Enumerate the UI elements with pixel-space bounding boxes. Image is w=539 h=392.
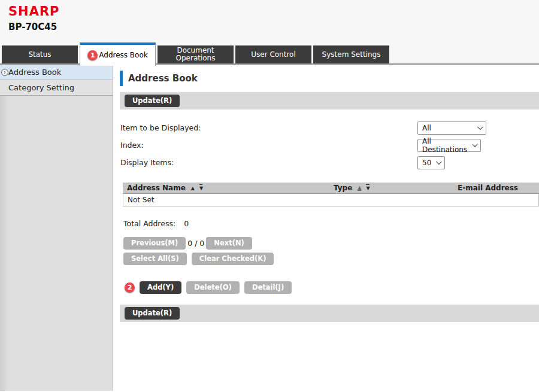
filter-label-display-items: Display Items: xyxy=(120,158,417,167)
filter-row-index: Index: All Destinations xyxy=(120,136,539,154)
column-header-email-label: E-mail Address xyxy=(458,184,518,192)
delete-button[interactable]: Delete(O) xyxy=(186,281,240,294)
clear-checked-button[interactable]: Clear Checked(K) xyxy=(192,253,274,265)
select-all-button[interactable]: Select All(S) xyxy=(123,253,187,265)
sidebar-item-category-setting-label: Category Setting xyxy=(8,83,74,92)
column-header-address-name-label: Address Name xyxy=(127,184,186,192)
content: › Address Book Category Setting Address … xyxy=(0,65,539,391)
tab-document-operations[interactable]: Document Operations xyxy=(158,45,234,63)
tab-system-settings-label: System Settings xyxy=(322,51,381,59)
tab-zone: Status 1 Address Book Document Operation… xyxy=(0,45,539,65)
tab-bar: Status 1 Address Book Document Operation… xyxy=(0,45,539,65)
main-panel: Address Book Update(R) Item to be Displa… xyxy=(113,65,539,391)
page: SHARP BP-70C45 Status 1 Address Book Doc… xyxy=(0,0,539,392)
filter-label-item-displayed: Item to be Displayed: xyxy=(120,123,417,132)
sharp-logo: SHARP xyxy=(8,4,539,19)
sidebar-item-category-setting[interactable]: Category Setting xyxy=(0,80,113,96)
index-value: All Destinations xyxy=(422,137,469,154)
top-command-bar: Update(R) xyxy=(120,92,539,110)
action-row: 2 Add(Y) Delete(O) Detail(J) xyxy=(125,281,539,294)
display-items-select[interactable]: 50 xyxy=(417,156,445,169)
detail-button[interactable]: Detail(J) xyxy=(244,281,292,294)
tab-address-book-label: Address Book xyxy=(99,51,147,59)
selection-row: Select All(S) Clear Checked(K) xyxy=(123,253,539,265)
table-row-empty: Not Set xyxy=(123,194,539,206)
tab-user-control[interactable]: User Control xyxy=(235,45,311,63)
total-address-value: 0 xyxy=(184,219,189,228)
next-button[interactable]: Next(N) xyxy=(206,237,252,250)
tab-system-settings[interactable]: System Settings xyxy=(313,45,389,63)
column-header-address-name[interactable]: Address Name ▲ ▼ xyxy=(123,184,329,192)
filter-label-index: Index: xyxy=(120,141,417,150)
item-displayed-value: All xyxy=(422,124,431,132)
tab-user-control-label: User Control xyxy=(251,51,296,59)
sidebar: › Address Book Category Setting xyxy=(0,65,113,391)
add-button[interactable]: Add(Y) xyxy=(140,281,181,294)
empty-row-text: Not Set xyxy=(123,196,330,204)
column-header-type-label: Type xyxy=(334,184,352,192)
tab-status[interactable]: Status xyxy=(2,45,78,63)
chevron-down-icon xyxy=(473,141,478,147)
update-button-top[interactable]: Update(R) xyxy=(125,95,180,107)
sidebar-item-address-book-label: Address Book xyxy=(8,68,61,77)
filter-row-item-displayed: Item to be Displayed: All xyxy=(120,119,539,136)
chevron-down-icon xyxy=(477,124,483,130)
sort-desc-icon[interactable]: ▼ xyxy=(366,186,370,191)
address-table: Address Name ▲ ▼ Type ▲ ▼ E-mail Address… xyxy=(123,183,539,206)
previous-button[interactable]: Previous(M) xyxy=(123,237,186,250)
index-select[interactable]: All Destinations xyxy=(417,139,481,152)
header: SHARP BP-70C45 xyxy=(0,0,539,45)
address-table-header: Address Name ▲ ▼ Type ▲ ▼ E-mail Address xyxy=(123,183,539,194)
bottom-command-bar: Update(R) xyxy=(120,305,539,322)
annotation-badge-1: 1 xyxy=(87,50,98,60)
column-header-type[interactable]: Type ▲ ▼ xyxy=(329,184,453,192)
filter-row-display-items: Display Items: 50 xyxy=(120,154,539,171)
sidebar-item-address-book[interactable]: › Address Book xyxy=(0,65,113,80)
tab-document-operations-label: Document Operations xyxy=(158,47,234,62)
title-accent-bar xyxy=(120,71,123,86)
display-items-value: 50 xyxy=(422,159,431,167)
sort-asc-icon[interactable]: ▲ xyxy=(191,186,195,191)
column-header-email: E-mail Address xyxy=(453,184,539,192)
pagination-row: Previous(M) 0 / 0 Next(N) xyxy=(123,237,539,250)
tab-status-label: Status xyxy=(28,51,51,59)
annotation-badge-2: 2 xyxy=(125,282,135,293)
filters: Item to be Displayed: All Index: All Des… xyxy=(120,119,539,171)
page-head: Address Book xyxy=(120,71,539,86)
page-title: Address Book xyxy=(128,73,198,84)
sort-desc-icon[interactable]: ▼ xyxy=(199,186,203,191)
total-address-label: Total Address: xyxy=(123,219,175,228)
total-address-line: Total Address:0 xyxy=(123,219,539,228)
chevron-right-circle-icon: › xyxy=(1,69,8,76)
chevron-down-icon xyxy=(436,159,442,165)
page-counter: 0 / 0 xyxy=(187,239,204,248)
item-displayed-select[interactable]: All xyxy=(417,121,486,135)
model-name: BP-70C45 xyxy=(8,22,539,32)
update-button-bottom[interactable]: Update(R) xyxy=(125,307,180,320)
tab-address-book[interactable]: 1 Address Book xyxy=(80,42,156,66)
sort-asc-icon[interactable]: ▲ xyxy=(358,186,361,191)
